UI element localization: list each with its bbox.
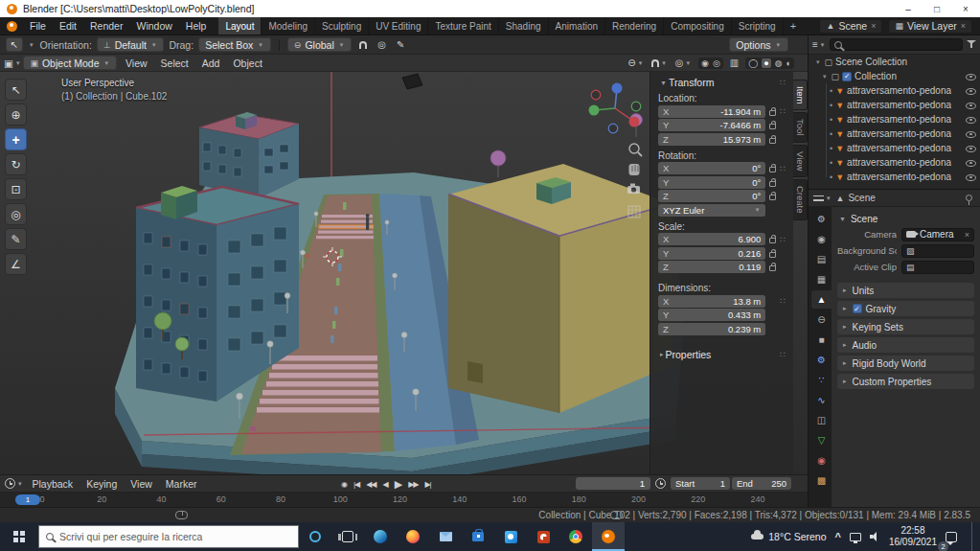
workspace-tab[interactable]: Shading: [499, 17, 549, 34]
scale-z-field[interactable]: Z0.119 ∷: [658, 261, 786, 273]
viewport-menu-item[interactable]: Add: [195, 57, 227, 69]
tab-render-properties[interactable]: ◉: [811, 230, 832, 248]
filter-icon[interactable]: [967, 40, 976, 49]
panel-audio[interactable]: ▸ Audio: [837, 337, 974, 353]
snap-magnet-icon[interactable]: [356, 41, 370, 49]
scene-collection-row[interactable]: ▾ ▢ Scene Collection: [809, 55, 980, 69]
collection-row[interactable]: ▾ ▢ ✓ Collection: [809, 69, 980, 83]
editor-type-timeline[interactable]: ▾: [5, 478, 24, 489]
lock-icon[interactable]: [769, 195, 776, 200]
lock-icon[interactable]: [769, 238, 776, 243]
tab-scene-properties[interactable]: ▲: [811, 290, 832, 309]
taskbar-app-powerpoint[interactable]: [527, 522, 559, 551]
orientation-dropdown[interactable]: ⊥ Default ▾: [97, 37, 165, 52]
taskbar-app-edge[interactable]: [364, 522, 397, 551]
outliner-item[interactable]: • ▼ attraversamento-pedona: [809, 83, 980, 98]
building-right[interactable]: [448, 164, 672, 413]
visibility-eye-icon[interactable]: [966, 129, 976, 139]
remove-view-layer-icon[interactable]: ×: [961, 21, 966, 31]
topbar-menu-item[interactable]: Edit: [53, 20, 83, 32]
location-y-field[interactable]: Y-7.6466 m ∷: [658, 119, 786, 131]
outliner-item[interactable]: • ▼ attraversamento-pedona: [809, 155, 980, 170]
timeline-menu-item[interactable]: Playback: [26, 478, 80, 490]
viewport-canvas[interactable]: User Perspective (1) Collection | Cube.1…: [0, 72, 808, 474]
current-frame-field[interactable]: 1: [576, 477, 650, 490]
previous-keyframe-button[interactable]: ◀◀: [364, 479, 377, 490]
cortana-button[interactable]: [299, 522, 331, 551]
frame-start-field[interactable]: Start1: [671, 477, 730, 490]
rotation-mode-dropdown[interactable]: XYZ Euler▾ ∷: [658, 204, 786, 217]
tool-move[interactable]: +: [5, 128, 27, 150]
editor-type-properties[interactable]: ▾: [813, 194, 832, 202]
gizmo-overlay-toggles[interactable]: ◉ ◎: [698, 57, 723, 69]
visibility-eye-icon[interactable]: [966, 86, 976, 96]
timeline-menu-item[interactable]: View: [124, 478, 159, 490]
sidebar-tab-item[interactable]: Item: [793, 80, 808, 110]
visibility-eye-icon[interactable]: [966, 158, 976, 168]
tool-transform[interactable]: ◎: [5, 203, 27, 225]
panel-gravity[interactable]: ▸ ✓ Gravity: [837, 301, 974, 316]
topbar-menu-item[interactable]: Window: [129, 20, 178, 32]
topbar-menu-item[interactable]: Render: [83, 20, 129, 32]
tab-object-data-properties[interactable]: ▽: [811, 431, 832, 449]
scene-panel-header[interactable]: ▼ Scene: [837, 211, 974, 226]
tab-output-properties[interactable]: ▤: [811, 250, 832, 268]
scale-x-field[interactable]: X6.900 ∷: [658, 233, 786, 245]
pedestrian-object[interactable]: [366, 214, 370, 230]
auto-keying-icon[interactable]: ◉: [339, 479, 349, 490]
viewport-menu-item[interactable]: View: [119, 57, 154, 69]
tab-material-properties[interactable]: ◉: [811, 451, 832, 470]
topbar-menu-item[interactable]: File: [23, 20, 53, 32]
tool-annotate[interactable]: ✎: [5, 228, 27, 250]
action-center-icon[interactable]: 2: [946, 532, 957, 542]
minimize-button[interactable]: –: [894, 0, 923, 17]
camera-selector[interactable]: Camera ×: [901, 228, 974, 241]
play-reverse-button[interactable]: ◀: [381, 479, 390, 490]
building-back-left[interactable]: [199, 112, 299, 198]
collection-checkbox[interactable]: ✓: [842, 72, 852, 81]
tab-physics-properties[interactable]: ∿: [811, 391, 832, 409]
taskbar-app-firefox[interactable]: [397, 522, 429, 551]
workspace-tab[interactable]: Animation: [549, 17, 605, 34]
lock-icon[interactable]: [769, 110, 776, 116]
rotation-z-field[interactable]: Z0° ∷: [658, 190, 786, 202]
tab-texture-properties[interactable]: ▩: [811, 471, 832, 490]
properties-subpanel-header[interactable]: ▸ Properties ∷: [658, 349, 786, 360]
tab-tool-properties[interactable]: ⚙: [811, 210, 832, 228]
location-x-field[interactable]: X-11.904 m ∷: [658, 105, 786, 118]
lock-icon[interactable]: [769, 252, 776, 258]
shading-solid-icon[interactable]: ●: [762, 58, 770, 68]
panel-custom-properties[interactable]: ▸ Custom Properties: [837, 374, 974, 389]
taskbar-app-store[interactable]: [462, 522, 494, 551]
active-tool-icon[interactable]: ↖: [6, 37, 23, 52]
visibility-eye-icon[interactable]: [966, 172, 976, 182]
mode-dropdown[interactable]: ▣ Object Mode ▾: [23, 56, 117, 70]
panel-units[interactable]: ▸ Units: [837, 283, 974, 298]
gravity-checkbox[interactable]: ✓: [853, 304, 862, 313]
outliner-item[interactable]: • ▼ attraversamento-pedona: [809, 141, 980, 155]
add-workspace-button[interactable]: +: [784, 20, 803, 32]
lock-icon[interactable]: [769, 138, 776, 144]
playhead[interactable]: 1: [15, 494, 40, 505]
outliner-item[interactable]: • ▼ attraversamento-pedona: [809, 126, 980, 141]
show-hidden-icons-chevron[interactable]: ^: [835, 531, 841, 542]
timeline-menu-item[interactable]: Keying: [80, 478, 124, 490]
workspace-tab[interactable]: Sculpting: [315, 17, 369, 34]
weather-widget[interactable]: 18°C Sereno: [751, 531, 826, 542]
workspace-tab[interactable]: Rendering: [605, 17, 664, 34]
outliner-item[interactable]: • ▼ attraversamento-pedona: [809, 98, 980, 112]
taskbar-app-photos[interactable]: [494, 522, 527, 551]
shading-rendered-icon[interactable]: ◐: [786, 58, 791, 68]
drag-dropdown[interactable]: Select Box ▾: [198, 37, 271, 52]
visibility-eye-icon[interactable]: [966, 72, 976, 81]
rotation-y-field[interactable]: Y0° ∷: [658, 176, 786, 189]
outliner-item[interactable]: • ▼ attraversamento-pedona: [809, 112, 980, 126]
workspace-tab[interactable]: Texture Paint: [428, 17, 498, 34]
maximize-button[interactable]: □: [923, 0, 951, 17]
blender-menu-icon[interactable]: [7, 21, 17, 32]
lock-icon[interactable]: [769, 167, 776, 172]
timeline-menu-item[interactable]: Marker: [159, 478, 204, 490]
visibility-eye-icon[interactable]: [966, 144, 976, 153]
topbar-menu-item[interactable]: Help: [179, 20, 214, 32]
show-desktop-button[interactable]: [971, 522, 976, 551]
